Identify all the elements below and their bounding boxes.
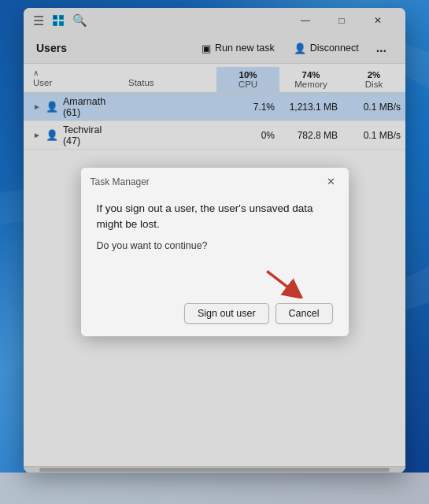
modal-close-button[interactable]: ✕ [324, 174, 339, 190]
arrow-row [97, 267, 333, 298]
svg-line-9 [267, 272, 295, 294]
modal-message: If you sign out a user, the user's unsav… [97, 201, 333, 233]
modal-buttons: Sign out user Cancel [97, 303, 333, 324]
modal-titlebar: Task Manager ✕ [81, 168, 349, 195]
modal-sub-message: Do you want to continue? [97, 240, 333, 251]
modal-body: If you sign out a user, the user's unsav… [81, 195, 349, 337]
sign-out-user-button[interactable]: Sign out user [184, 303, 269, 324]
cancel-button[interactable]: Cancel [276, 303, 333, 324]
dialog-box: Task Manager ✕ If you sign out a user, t… [81, 168, 349, 337]
modal-overlay: Task Manager ✕ If you sign out a user, t… [0, 0, 429, 504]
modal-title-label: Task Manager [91, 176, 150, 187]
red-arrow-icon [264, 267, 303, 298]
